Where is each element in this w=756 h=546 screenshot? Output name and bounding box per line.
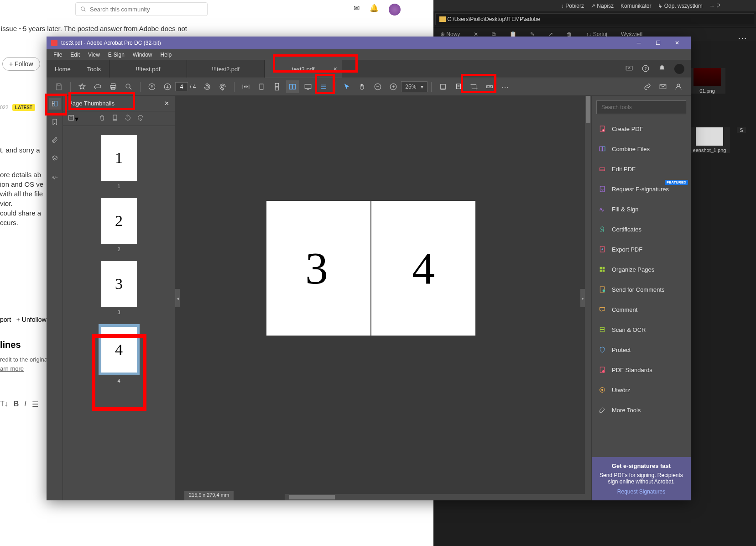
email-icon[interactable] xyxy=(657,80,669,93)
save-icon[interactable] xyxy=(52,80,65,93)
mail-icon[interactable]: ✉ xyxy=(354,4,360,16)
share-screen-icon[interactable] xyxy=(625,64,633,74)
tool-create-pdf[interactable]: +Create PDF xyxy=(592,119,691,139)
horizontal-scrollbar[interactable] xyxy=(285,494,591,500)
tab-tools[interactable]: Tools xyxy=(79,60,109,78)
scrollbar-thumb[interactable] xyxy=(586,96,590,123)
close-tab-icon[interactable]: × xyxy=(334,65,337,73)
down-arrow-icon[interactable] xyxy=(161,80,174,93)
help-icon[interactable]: ? xyxy=(641,64,650,74)
follow-button[interactable]: + Follow xyxy=(2,57,40,71)
document-area[interactable]: ◂ 3 4 ▸ 215,9 x 279,4 mm xyxy=(175,96,591,500)
italic-icon[interactable]: I xyxy=(24,400,26,409)
menu-esign[interactable]: E-Sign xyxy=(104,52,129,58)
doc-page-3[interactable]: 3 xyxy=(266,201,370,336)
thumbnail-4[interactable]: 4 4 xyxy=(99,324,140,383)
acrobat-titlebar[interactable]: test3.pdf - Adobe Acrobat Pro DC (32-bit… xyxy=(47,37,691,49)
rail-attachments-icon[interactable] xyxy=(49,134,61,146)
link-icon[interactable] xyxy=(641,80,654,93)
tool-pdf-standards[interactable]: PDF Standards xyxy=(592,360,691,380)
thumb-options-icon[interactable]: ▾ xyxy=(68,114,78,123)
search-tools-box[interactable] xyxy=(596,100,686,114)
two-page-icon[interactable] xyxy=(286,80,299,93)
print-icon[interactable] xyxy=(107,80,120,93)
maximize-button[interactable]: ☐ xyxy=(649,37,667,49)
extract-page-icon[interactable] xyxy=(111,114,119,123)
profile-avatar[interactable] xyxy=(674,64,684,74)
delete-page-icon[interactable] xyxy=(99,114,106,123)
thumbnail-1[interactable]: 1 1 xyxy=(101,135,137,189)
tool-comment[interactable]: Comment xyxy=(592,299,691,320)
explorer-path-bar[interactable]: C:\Users\Piollo\Desktop\!TEMP\adobe xyxy=(435,13,754,25)
doc-tab-0[interactable]: !!!test.pdf xyxy=(109,60,187,78)
rail-thumbnails-icon[interactable] xyxy=(49,98,61,110)
learn-more-link[interactable]: arn more xyxy=(0,365,24,372)
thumbnails-list[interactable]: 1 1 2 2 3 3 4 4 xyxy=(63,126,175,500)
rotate-page-cw-icon[interactable] xyxy=(137,114,144,123)
read-mode-icon[interactable] xyxy=(302,80,314,93)
tool-utworz[interactable]: Utwórz xyxy=(592,380,691,400)
page-number-input[interactable] xyxy=(175,82,188,91)
scrolling-icon[interactable] xyxy=(271,80,283,93)
star-icon[interactable] xyxy=(76,80,89,93)
tool-request-esign[interactable]: FEATUREDRequest E-signatures xyxy=(592,179,691,199)
up-arrow-icon[interactable] xyxy=(146,80,158,93)
crop-icon[interactable] xyxy=(468,80,480,93)
tool-protect[interactable]: Protect xyxy=(592,340,691,360)
rotate-cw-icon[interactable] xyxy=(216,80,229,93)
tool-certificates[interactable]: Certificates xyxy=(592,219,691,239)
file-thumb-1[interactable]: eenshot_1.png xyxy=(689,127,730,153)
single-page-icon[interactable] xyxy=(255,80,268,93)
forum-search-box[interactable] xyxy=(75,2,208,16)
more-tools-icon[interactable]: ⋯ xyxy=(499,80,511,93)
stamp-icon[interactable] xyxy=(452,80,465,93)
list-icon[interactable]: ☰ xyxy=(32,400,38,409)
tool-fill-sign[interactable]: Fill & Sign xyxy=(592,199,691,219)
tool-send-comments[interactable]: Send for Comments xyxy=(592,279,691,299)
bold-icon[interactable]: B xyxy=(14,400,19,409)
highlight-icon[interactable] xyxy=(437,80,449,93)
share-people-icon[interactable] xyxy=(672,80,685,93)
bell-icon[interactable]: 🔔 xyxy=(370,4,379,16)
tab-home[interactable]: Home xyxy=(47,60,79,78)
close-button[interactable]: ✕ xyxy=(668,37,686,49)
zoom-out-icon[interactable] xyxy=(371,80,384,93)
zoom-level-dropdown[interactable]: 25%▾ xyxy=(401,81,428,92)
rotate-ccw-icon[interactable] xyxy=(201,80,214,93)
promo-link[interactable]: Request Signatures xyxy=(597,488,685,495)
rail-signatures-icon[interactable] xyxy=(49,171,61,183)
zoom-in-icon[interactable] xyxy=(387,80,400,93)
menu-help[interactable]: Help xyxy=(156,52,176,58)
align-icon[interactable] xyxy=(317,80,330,93)
forum-search-input[interactable] xyxy=(90,6,203,13)
vertical-scrollbar[interactable] xyxy=(585,96,591,500)
minimize-button[interactable]: ─ xyxy=(630,37,648,49)
tool-edit-pdf[interactable]: Edit PDF xyxy=(592,159,691,179)
doc-page-4[interactable]: 4 xyxy=(371,201,475,336)
tool-more-tools[interactable]: More Tools xyxy=(592,400,691,420)
rail-bookmarks-icon[interactable] xyxy=(49,116,61,128)
search-icon[interactable] xyxy=(122,80,135,93)
fit-width-icon[interactable] xyxy=(240,80,252,93)
menu-file[interactable]: File xyxy=(49,52,66,58)
collapse-right-icon[interactable]: ▸ xyxy=(580,289,585,307)
thumbnail-2[interactable]: 2 2 xyxy=(101,198,137,252)
menu-window[interactable]: Window xyxy=(129,52,156,58)
file-thumb-0[interactable]: 01.png xyxy=(689,68,725,94)
unfollow-button[interactable]: + Unfollow xyxy=(16,316,47,323)
close-panel-icon[interactable]: ✕ xyxy=(164,100,169,107)
notifications-icon[interactable] xyxy=(658,64,666,74)
tool-scan-ocr[interactable]: Scan & OCR xyxy=(592,320,691,340)
search-tools-input[interactable] xyxy=(601,104,681,110)
tool-combine-files[interactable]: Combine Files xyxy=(592,139,691,159)
tool-export-pdf[interactable]: Export PDF xyxy=(592,239,691,259)
doc-tab-1[interactable]: !!!test2.pdf xyxy=(187,60,264,78)
collapse-left-icon[interactable]: ◂ xyxy=(175,289,180,307)
thumbnail-3[interactable]: 3 3 xyxy=(101,261,137,315)
menu-edit[interactable]: Edit xyxy=(66,52,84,58)
pointer-icon[interactable] xyxy=(340,80,353,93)
doc-tab-2[interactable]: test3.pdf× xyxy=(264,60,342,78)
rotate-page-ccw-icon[interactable] xyxy=(124,114,131,123)
measure-icon[interactable] xyxy=(483,80,496,93)
avatar[interactable] xyxy=(389,4,401,16)
